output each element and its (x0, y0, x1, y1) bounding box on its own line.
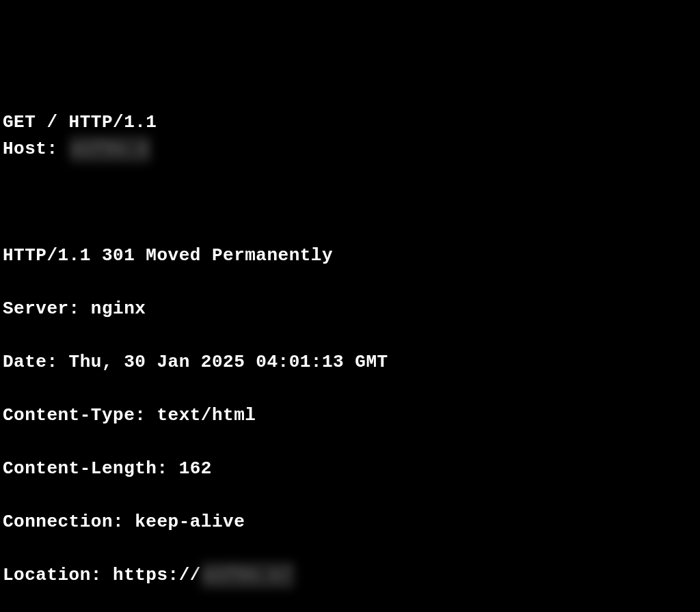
header-location: Location: https://a1f9s.x/ (3, 562, 697, 589)
http-request-line: GET / HTTP/1.1 (3, 109, 697, 136)
header-content-type: Content-Type: text/html (3, 402, 697, 429)
redacted-host: a1f9s.x (69, 136, 152, 163)
redacted-location: a1f9s.x/ (201, 562, 295, 589)
location-label: Location: https:// (3, 565, 201, 585)
header-server: Server: nginx (3, 296, 697, 322)
http-host-line: Host: a1f9s.x (3, 136, 697, 163)
header-content-length: Content-Length: 162 (3, 456, 697, 482)
header-connection: Connection: keep-alive (3, 509, 697, 536)
http-status-line: HTTP/1.1 301 Moved Permanently (3, 242, 697, 269)
blank-line (3, 189, 697, 216)
host-label: Host: (3, 139, 69, 159)
header-date: Date: Thu, 30 Jan 2025 04:01:13 GMT (3, 349, 697, 376)
